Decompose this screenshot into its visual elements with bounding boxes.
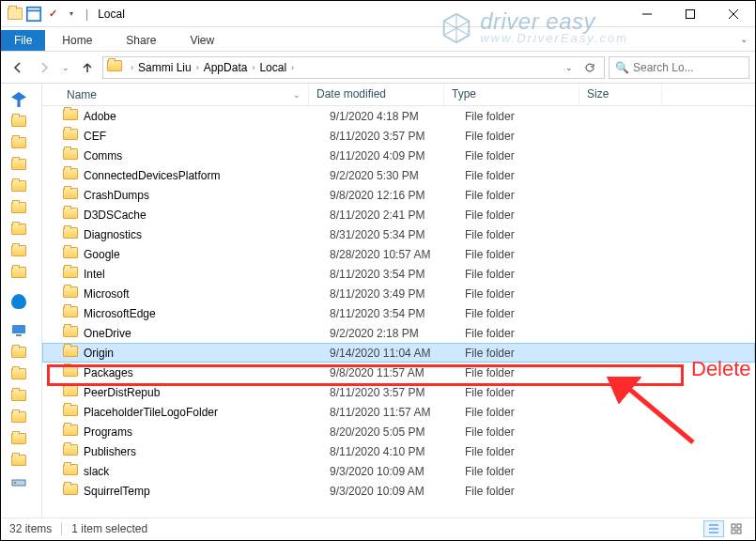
crumb-chevron-icon[interactable]: ›: [291, 63, 294, 72]
column-name[interactable]: Name⌄: [42, 84, 309, 105]
tab-view[interactable]: View: [173, 30, 231, 51]
table-row[interactable]: Diagnostics8/31/2020 5:34 PMFile folder: [42, 224, 755, 244]
forward-button[interactable]: [33, 56, 55, 79]
tab-share[interactable]: Share: [109, 30, 173, 51]
table-row[interactable]: CrashDumps9/8/2020 12:16 PMFile folder: [42, 185, 755, 205]
sidebar-item[interactable]: [9, 471, 39, 492]
sidebar-item[interactable]: [9, 450, 39, 471]
qat-properties-icon[interactable]: [25, 6, 42, 23]
cell-type: File folder: [465, 209, 600, 222]
svg-rect-13: [732, 524, 735, 528]
qat-dropdown-icon[interactable]: ▾: [63, 6, 80, 23]
table-row[interactable]: Origin9/14/2020 11:04 AMFile folder: [42, 343, 755, 363]
status-item-count: 32 items: [9, 522, 52, 535]
sidebar-item[interactable]: [9, 154, 39, 175]
cell-name: MicrosoftEdge: [84, 307, 330, 320]
table-row[interactable]: ConnectedDevicesPlatform9/2/2020 5:30 PM…: [42, 165, 755, 185]
cell-type: File folder: [465, 149, 600, 162]
sidebar-item[interactable]: [9, 407, 39, 427]
refresh-button[interactable]: [579, 62, 600, 73]
folder-icon: [63, 188, 78, 202]
sidebar-item[interactable]: [9, 240, 39, 261]
crumb-user[interactable]: Sammi Liu: [138, 61, 192, 74]
sidebar-item[interactable]: [9, 219, 39, 240]
sidebar-item[interactable]: [9, 176, 39, 196]
folder-icon: [63, 444, 78, 458]
table-row[interactable]: Packages9/8/2020 11:57 AMFile folder: [42, 363, 755, 382]
table-row[interactable]: SquirrelTemp9/3/2020 10:09 AMFile folder: [42, 481, 755, 501]
sidebar-item[interactable]: [9, 262, 39, 283]
file-list[interactable]: Name⌄ Date modified Type Size Adobe9/1/2…: [42, 84, 755, 518]
cell-date: 8/11/2020 3:57 PM: [330, 386, 465, 399]
sidebar-item[interactable]: [9, 342, 39, 363]
table-row[interactable]: Programs8/20/2020 5:05 PMFile folder: [42, 422, 755, 441]
address-dropdown-icon[interactable]: ⌄: [559, 63, 579, 72]
table-row[interactable]: Adobe9/1/2020 4:18 PMFile folder: [42, 106, 755, 126]
nav-pane[interactable]: [1, 84, 42, 518]
qat-checkbox-icon[interactable]: ✓: [44, 6, 61, 23]
folder-icon: [63, 306, 78, 320]
title-bar: ✓ ▾ | Local: [1, 1, 755, 27]
table-row[interactable]: PeerDistRepub8/11/2020 3:57 PMFile folde…: [42, 382, 755, 402]
column-type[interactable]: Type: [444, 84, 579, 105]
table-row[interactable]: Google8/28/2020 10:57 AMFile folder: [42, 244, 755, 264]
cell-name: Google: [84, 248, 330, 261]
column-date[interactable]: Date modified: [309, 84, 444, 105]
table-row[interactable]: PlaceholderTileLogoFolder8/11/2020 11:57…: [42, 402, 755, 422]
close-button[interactable]: [712, 1, 755, 27]
crumb-chevron-icon[interactable]: ›: [252, 63, 255, 72]
table-row[interactable]: MicrosoftEdge8/11/2020 3:54 PMFile folde…: [42, 303, 755, 323]
recent-locations-button[interactable]: ⌄: [59, 56, 72, 79]
sidebar-this-pc[interactable]: [9, 320, 39, 341]
column-size[interactable]: Size: [579, 84, 662, 105]
ribbon-expand-icon[interactable]: ⌄: [740, 34, 748, 44]
svg-rect-6: [12, 325, 25, 333]
app-icon[interactable]: [7, 6, 23, 23]
view-details-button[interactable]: [703, 520, 724, 537]
maximize-button[interactable]: [669, 1, 712, 27]
crumb-chevron-icon[interactable]: ›: [196, 63, 199, 72]
cell-type: File folder: [465, 327, 600, 340]
cell-name: slack: [84, 465, 330, 478]
address-bar[interactable]: › Sammi Liu › AppData › Local › ⌄: [102, 56, 605, 79]
minimize-button[interactable]: [625, 1, 669, 27]
folder-icon: [11, 116, 26, 127]
table-row[interactable]: Comms8/11/2020 4:09 PMFile folder: [42, 146, 755, 165]
tab-home[interactable]: Home: [45, 30, 109, 51]
table-row[interactable]: Intel8/11/2020 3:54 PMFile folder: [42, 264, 755, 284]
sidebar-item[interactable]: [9, 197, 39, 218]
sidebar-item[interactable]: [9, 363, 39, 384]
sidebar-item[interactable]: [9, 385, 39, 406]
table-row[interactable]: Microsoft8/11/2020 3:49 PMFile folder: [42, 284, 755, 303]
folder-icon: [11, 390, 26, 401]
table-row[interactable]: D3DSCache8/11/2020 2:41 PMFile folder: [42, 205, 755, 224]
tab-file[interactable]: File: [1, 30, 45, 51]
crumb-root-chevron[interactable]: ›: [131, 63, 133, 72]
sidebar-item[interactable]: [9, 132, 39, 153]
cell-date: 9/1/2020 4:18 PM: [330, 110, 465, 123]
cell-date: 8/28/2020 10:57 AM: [330, 248, 465, 261]
up-button[interactable]: [76, 56, 99, 79]
cell-type: File folder: [465, 287, 600, 301]
search-box[interactable]: 🔍: [609, 56, 749, 79]
cell-type: File folder: [465, 248, 600, 261]
table-row[interactable]: CEF8/11/2020 3:57 PMFile folder: [42, 126, 755, 146]
svg-rect-7: [16, 334, 22, 336]
sidebar-quick-access[interactable]: [9, 89, 39, 110]
cell-name: Microsoft: [84, 287, 330, 301]
view-thumbnails-button[interactable]: [726, 520, 747, 537]
sidebar-onedrive[interactable]: [9, 291, 39, 312]
folder-icon: [63, 484, 78, 498]
crumb-local[interactable]: Local: [259, 61, 286, 74]
cell-date: 9/8/2020 12:16 PM: [330, 189, 465, 202]
crumb-appdata[interactable]: AppData: [204, 61, 248, 74]
back-button[interactable]: [7, 56, 29, 79]
sidebar-item[interactable]: [9, 111, 39, 131]
search-input[interactable]: [633, 61, 743, 74]
table-row[interactable]: OneDrive9/2/2020 2:18 PMFile folder: [42, 323, 755, 343]
table-row[interactable]: Publishers8/11/2020 4:10 PMFile folder: [42, 441, 755, 461]
table-row[interactable]: slack9/3/2020 10:09 AMFile folder: [42, 461, 755, 481]
onedrive-icon: [11, 294, 26, 309]
folder-icon: [63, 168, 78, 182]
sidebar-item[interactable]: [9, 428, 39, 449]
